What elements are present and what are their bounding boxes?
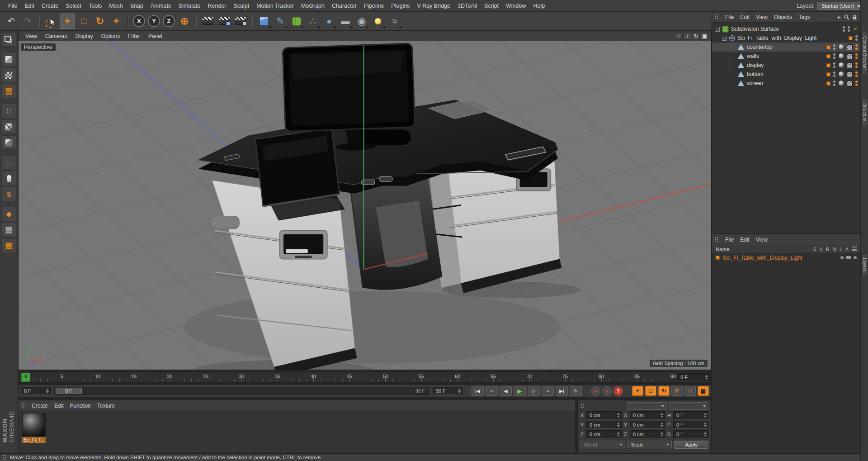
z-axis-lock-icon[interactable]: Z bbox=[163, 15, 175, 27]
col-lock[interactable]: L bbox=[840, 247, 842, 252]
col-anim[interactable]: A bbox=[845, 247, 849, 252]
rotate-tool-icon[interactable]: ↻ bbox=[92, 14, 108, 29]
visibility-dots-icon[interactable] bbox=[833, 81, 835, 86]
edges-mode-icon[interactable] bbox=[2, 119, 16, 134]
autokey-button[interactable]: ● bbox=[602, 386, 612, 396]
make-editable-icon[interactable] bbox=[2, 32, 16, 47]
material-tag-icon[interactable] bbox=[838, 53, 844, 59]
pan-view-icon[interactable]: + bbox=[675, 33, 683, 40]
tree-row-bottom[interactable]: bottom bbox=[712, 70, 860, 79]
drag-handle-icon[interactable] bbox=[715, 14, 719, 20]
zoom-view-icon[interactable]: ↕ bbox=[684, 33, 691, 40]
menu-pipeline[interactable]: Pipeline bbox=[360, 3, 387, 9]
mat-menu-function[interactable]: Function bbox=[67, 403, 94, 409]
keying-settings-button[interactable]: ? bbox=[613, 386, 623, 396]
undo-icon[interactable]: ↶ bbox=[4, 14, 19, 29]
uvw-tag-icon[interactable] bbox=[847, 44, 853, 50]
lm-menu-edit[interactable]: Edit bbox=[737, 237, 753, 243]
rotation-h-field[interactable]: 0 ° bbox=[673, 411, 708, 419]
layer-color-chip[interactable] bbox=[849, 36, 853, 40]
x-axis-lock-icon[interactable]: X bbox=[133, 15, 145, 27]
col-view[interactable]: V bbox=[820, 247, 823, 252]
tree-row-screen[interactable]: screen bbox=[712, 79, 860, 88]
tab-structure[interactable]: Structure bbox=[861, 99, 868, 126]
keyframe-pla-toggle[interactable]: ∷ bbox=[684, 386, 696, 396]
python-icon[interactable]: ≈ bbox=[387, 14, 402, 29]
next-key-button[interactable]: » bbox=[542, 386, 554, 396]
menu-mograph[interactable]: MoGraph bbox=[297, 3, 328, 9]
drag-handle-icon[interactable] bbox=[21, 403, 25, 409]
redo-icon[interactable]: ↷ bbox=[20, 14, 35, 29]
col-solo[interactable]: S bbox=[813, 247, 816, 252]
drag-handle-icon[interactable] bbox=[3, 455, 7, 461]
vp-menu-filter[interactable]: Filter bbox=[124, 33, 144, 39]
paint-tool-icon[interactable]: ◆ bbox=[2, 207, 16, 221]
previous-frame-button[interactable]: ◀ bbox=[500, 386, 512, 396]
rotation-b-field[interactable]: 0 ° bbox=[673, 430, 708, 438]
search-icon[interactable] bbox=[844, 14, 849, 20]
stepper-icon[interactable] bbox=[704, 432, 707, 437]
phong-dots-icon[interactable] bbox=[855, 44, 858, 50]
stepper-icon[interactable] bbox=[660, 413, 663, 418]
vp-menu-options[interactable]: Options bbox=[97, 33, 124, 39]
material-tag-icon[interactable] bbox=[838, 44, 844, 50]
layer-color-chip[interactable] bbox=[826, 45, 830, 49]
om-menu-view[interactable]: View bbox=[753, 14, 771, 20]
mograph-icon[interactable]: ∴ bbox=[305, 14, 321, 29]
rotation-p-field[interactable]: 0 ° bbox=[673, 421, 708, 429]
uvw-tag-icon[interactable] bbox=[847, 81, 853, 86]
stepper-icon[interactable] bbox=[458, 389, 461, 393]
position-x-field[interactable]: 0 cm bbox=[586, 411, 622, 419]
stepper-icon[interactable] bbox=[617, 423, 620, 427]
spline-pen-icon[interactable]: ✎ bbox=[273, 14, 288, 29]
tree-row-sci-fi-table[interactable]: Sci_Fi_Table_with_Display_Light bbox=[712, 33, 860, 43]
lm-menu-file[interactable]: File bbox=[722, 237, 737, 243]
polygons-mode-icon[interactable] bbox=[2, 135, 16, 150]
workplane-mode-icon[interactable] bbox=[2, 84, 16, 98]
tab-content-browser[interactable]: Content Browser bbox=[861, 32, 868, 74]
col-render[interactable]: R bbox=[826, 247, 830, 252]
menu-sculpt[interactable]: Sculpt bbox=[230, 3, 253, 9]
keyframe-parameter-toggle[interactable]: P bbox=[671, 386, 683, 396]
cube-primitive-icon[interactable] bbox=[256, 14, 272, 29]
loop-button[interactable]: ↻ bbox=[570, 386, 582, 396]
phong-dots-icon[interactable] bbox=[855, 53, 858, 59]
render-visibility-dots-icon[interactable] bbox=[848, 26, 850, 32]
workplane-lock-icon[interactable] bbox=[2, 223, 16, 237]
mat-menu-texture[interactable]: Texture bbox=[94, 403, 118, 409]
menu-render[interactable]: Render bbox=[204, 3, 230, 9]
menu-edit[interactable]: Edit bbox=[21, 3, 38, 9]
keyframe-scale-toggle[interactable]: □ bbox=[645, 386, 656, 396]
last-used-tool-icon[interactable]: + bbox=[108, 14, 124, 29]
keyframe-rotation-toggle[interactable]: ↻ bbox=[658, 386, 670, 396]
layer-row[interactable]: Sci_Fi_Table_with_Display_Light bbox=[712, 253, 860, 262]
simulation-icon[interactable]: ● bbox=[321, 14, 337, 29]
stepper-icon[interactable] bbox=[617, 413, 620, 418]
material-item[interactable]: Sci_Fi_T... bbox=[22, 413, 47, 443]
material-tag-icon[interactable] bbox=[838, 80, 844, 86]
material-preview-sphere[interactable] bbox=[22, 413, 46, 437]
model-mode-icon[interactable] bbox=[2, 52, 16, 67]
y-axis-lock-icon[interactable]: Y bbox=[148, 15, 160, 27]
collapse-icon[interactable] bbox=[715, 27, 720, 32]
texture-mode-icon[interactable] bbox=[2, 68, 16, 82]
material-tag-icon[interactable] bbox=[838, 62, 844, 68]
apply-button[interactable]: Apply bbox=[674, 441, 708, 449]
uvw-tag-icon[interactable] bbox=[847, 71, 853, 77]
layer-color-chip[interactable] bbox=[716, 256, 720, 260]
om-menu-file[interactable]: File bbox=[722, 14, 737, 20]
vp-menu-view[interactable]: View bbox=[21, 33, 41, 39]
move-tool-icon[interactable]: + bbox=[60, 14, 75, 29]
camera-object-icon[interactable]: ◉ bbox=[354, 14, 369, 29]
phong-dots-icon[interactable] bbox=[855, 71, 858, 77]
vp-menu-cameras[interactable]: Cameras bbox=[41, 33, 71, 39]
tree-row-display[interactable]: display bbox=[712, 61, 860, 70]
snap-grid-icon[interactable] bbox=[2, 238, 16, 253]
visibility-dots-icon[interactable] bbox=[833, 44, 835, 50]
coord-mode-dropdown-1[interactable]: -- bbox=[627, 402, 667, 410]
position-z-field[interactable]: 0 cm bbox=[586, 430, 622, 438]
tree-row-walls[interactable]: walls bbox=[712, 52, 860, 61]
keyframe-position-toggle[interactable]: + bbox=[632, 386, 643, 396]
uvw-tag-icon[interactable] bbox=[847, 62, 853, 68]
coord-mode-dropdown-2[interactable]: -- bbox=[669, 402, 708, 410]
